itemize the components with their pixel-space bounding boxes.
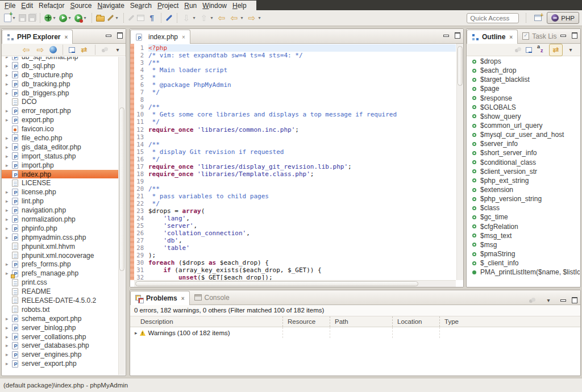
code-line[interactable]: 12require_once 'libraries/common.inc.php… <box>134 126 456 134</box>
view-menu-button[interactable]: ▾ <box>111 44 124 56</box>
column-header-path[interactable]: Path <box>330 316 393 327</box>
outline-item[interactable]: $common_url_query <box>467 121 580 130</box>
code-line[interactable]: 23$drops = array( <box>134 207 456 215</box>
code-line[interactable]: 16 */ <box>134 156 456 163</box>
outline-item[interactable]: $extension <box>467 185 580 194</box>
explorer-scrollbar[interactable] <box>118 57 125 375</box>
tree-item[interactable]: RELEASE-DATE-4.5.0.2 <box>2 296 118 305</box>
code-line[interactable]: 28 'table' <box>134 244 456 252</box>
code-line[interactable]: 17require_once 'libraries/display_git_re… <box>134 163 456 170</box>
problems-warning-row[interactable]: ▸Warnings (100 of 182 items) <box>130 327 580 338</box>
tree-item[interactable]: ▸db_tracking.php <box>2 80 118 89</box>
close-icon[interactable]: × <box>64 34 68 40</box>
outline-item[interactable]: $php_ext_string <box>467 176 580 185</box>
code-area[interactable]: 1<?php2/* vim: set expandtab sw=4 ts=4 s… <box>134 44 456 280</box>
forward-button[interactable]: ⇨ <box>34 44 47 56</box>
column-header-location[interactable]: Location <box>393 316 440 327</box>
tab-index-php[interactable]: index.php × <box>130 30 190 44</box>
quick-access-input[interactable] <box>467 13 519 23</box>
menu-source[interactable]: Source <box>67 1 94 10</box>
tree-item[interactable]: ▸db_triggers.php <box>2 89 118 98</box>
menu-search[interactable]: Search <box>127 1 155 10</box>
close-icon[interactable]: × <box>181 295 185 302</box>
expand-arrow-icon[interactable]: ▸ <box>135 330 138 336</box>
code-line[interactable]: 1<?php <box>134 44 456 52</box>
maximize-icon[interactable] <box>117 32 123 38</box>
code-line[interactable]: 18require_once 'libraries/Template.class… <box>134 170 456 178</box>
tab-console[interactable]: Console <box>190 290 234 305</box>
close-icon[interactable]: × <box>182 34 185 40</box>
code-line[interactable]: 21 * pass variables to child pages <box>134 193 456 200</box>
outline-item[interactable]: $each_drop <box>467 66 580 75</box>
maximize-icon[interactable] <box>571 32 577 38</box>
tree-item[interactable]: ▸server_engines.php <box>2 350 118 359</box>
open-task-button[interactable] <box>95 12 106 24</box>
code-line[interactable]: 3/** <box>134 59 456 66</box>
tree-item[interactable]: print.css <box>2 278 118 287</box>
tree-item[interactable]: ▸error_report.php <box>2 106 118 115</box>
code-line[interactable]: 20/** <box>134 185 456 193</box>
outline-item[interactable]: $page <box>467 84 580 93</box>
maximize-icon[interactable] <box>454 32 460 38</box>
outline-item[interactable]: $php_version_string <box>467 194 580 203</box>
link-with-editor-button[interactable]: ⇄ <box>78 44 90 56</box>
menu-help[interactable]: Help <box>230 1 250 10</box>
tree-item[interactable]: ·index.php <box>2 170 118 179</box>
tree-item[interactable]: ▸file_echo.php <box>2 134 118 143</box>
outline-item[interactable]: $GLOBALS <box>467 103 580 112</box>
last-edit-location-button[interactable]: ⇦ <box>215 12 228 24</box>
code-line[interactable]: 10 * Gets some core libraries and displa… <box>134 111 456 118</box>
tree-item[interactable]: phpunit.xml.hhvm <box>2 242 118 251</box>
code-line[interactable]: 13 <box>134 134 456 141</box>
outline-item[interactable]: $server_info <box>467 139 580 148</box>
outline-item[interactable]: $drops <box>467 57 580 66</box>
code-line[interactable]: 27 'db', <box>134 237 456 244</box>
collapse-all-button[interactable] <box>68 44 76 56</box>
php-perspective-button[interactable]: PHP <box>547 12 579 24</box>
tree-item[interactable]: ▸server_databases.php <box>2 341 118 351</box>
outline-item[interactable]: $mysql_cur_user_and_host <box>467 130 580 139</box>
show-whitespace-button[interactable]: ¶ <box>146 12 158 24</box>
new-wizard-button[interactable]: ▾ <box>3 12 18 24</box>
code-line[interactable]: 30foreach ($drops as $each_drop) { <box>134 259 456 266</box>
tree-item[interactable]: ▸server_binlog.php <box>2 323 118 332</box>
outline-item[interactable]: $msg_text <box>467 231 580 240</box>
open-perspective-button[interactable] <box>533 12 543 24</box>
tree-item[interactable]: ▸server_collations.php <box>2 332 118 341</box>
menu-project[interactable]: Project <box>155 1 181 10</box>
code-line[interactable]: 11 */ <box>134 118 456 126</box>
run-button[interactable]: ▾ <box>58 12 73 24</box>
outline-item[interactable]: $pmaString <box>467 249 580 258</box>
code-line[interactable]: 8 <box>134 96 456 103</box>
code-line[interactable]: 19 <box>134 178 456 185</box>
minimize-icon[interactable] <box>443 32 449 38</box>
back-button[interactable]: ⇦ <box>20 44 32 56</box>
menu-navigate[interactable]: Navigate <box>94 1 127 10</box>
tree-item[interactable]: ▸phpmyadmin.css.php <box>2 233 118 242</box>
code-line[interactable]: 4 * Main loader script <box>134 66 456 74</box>
tree-item[interactable]: ▸import_status.php <box>2 152 118 161</box>
outline-item[interactable]: $show_query <box>467 112 580 121</box>
code-line[interactable]: 2/* vim: set expandtab sw=4 ts=4 sts=4: … <box>134 52 456 59</box>
tab-problems[interactable]: Problems × <box>130 291 190 305</box>
menu-window[interactable]: Window <box>199 1 230 10</box>
minimize-icon[interactable] <box>560 297 566 303</box>
minimize-icon[interactable] <box>560 32 566 38</box>
code-line[interactable]: 15 * display Git revision if requested <box>134 148 456 156</box>
view-menu-button[interactable]: ▾ <box>564 44 577 56</box>
outline-item[interactable]: $short_server_info <box>467 148 580 157</box>
code-line[interactable]: 26 'collation_connection', <box>134 230 456 237</box>
tree-item[interactable]: ▸lint.php <box>2 197 118 206</box>
scrollbar-thumb[interactable] <box>458 46 463 86</box>
external-tools-button[interactable]: ▾ <box>106 12 120 24</box>
code-line[interactable]: 7 */ <box>134 89 456 96</box>
tree-item[interactable]: ▸db_sql_format.php <box>2 57 118 61</box>
tree-item[interactable]: ▸normalization.php <box>2 215 118 224</box>
tree-item[interactable]: ▸prefs_manage.php <box>2 269 118 278</box>
tab-php-explorer[interactable]: PHP Explorer × <box>2 30 73 44</box>
menu-edit[interactable]: Edit <box>18 1 36 10</box>
code-line[interactable]: 24 'lang', <box>134 215 456 222</box>
tree-item[interactable]: ▸export.php <box>2 115 118 124</box>
outline-item[interactable]: $class <box>467 203 580 212</box>
tree-item[interactable]: phpunit.xml.nocoverage <box>2 251 118 260</box>
